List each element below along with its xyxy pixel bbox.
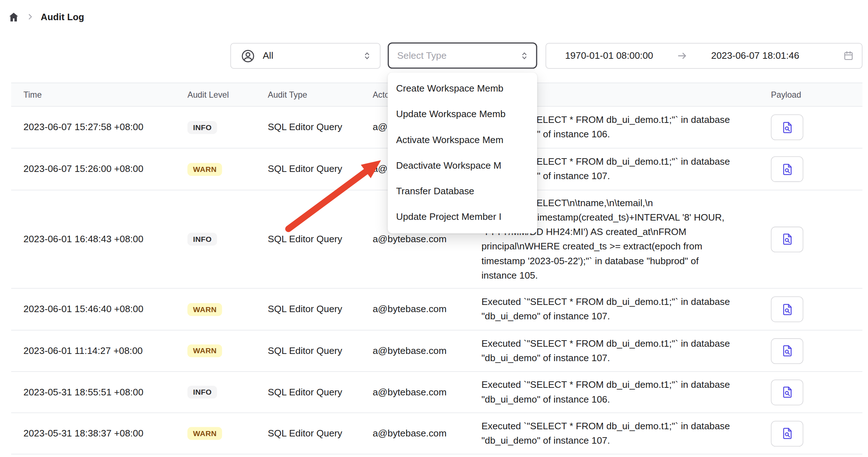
comment-line: "db_ui_demo" of instance 107. <box>482 351 762 365</box>
file-search-icon <box>781 345 794 358</box>
breadcrumb-chevron-icon <box>26 13 34 21</box>
cell-audit-type: SQL Editor Query <box>268 234 372 245</box>
user-circle-icon <box>241 48 256 63</box>
audit-level-badge: INFO <box>187 121 217 134</box>
audit-type-select[interactable]: Select Type <box>388 43 537 69</box>
date-range-end: 2023-06-07 18:01:46 <box>711 50 799 61</box>
scope-select-value: All <box>263 50 355 61</box>
view-payload-button[interactable] <box>771 226 803 252</box>
header-time: Time <box>11 90 187 99</box>
comment-line: "db_ui_demo" of instance 107. <box>482 434 762 448</box>
file-search-icon <box>781 121 794 134</box>
cell-comment: Executed `"SELECT * FROM db_ui_demo.t1;"… <box>482 295 762 324</box>
home-icon[interactable] <box>8 11 20 23</box>
menu-item-activate-workspace-member[interactable]: Activate Workspace Mem <box>388 127 537 153</box>
comment-line: Executed `"SELECT * FROM db_ui_demo.t1;"… <box>482 419 762 433</box>
file-search-icon <box>781 303 794 316</box>
view-payload-button[interactable] <box>771 338 803 364</box>
header-type: Audit Type <box>268 90 372 99</box>
view-payload-button[interactable] <box>771 115 803 140</box>
cell-audit-type: SQL Editor Query <box>268 164 372 175</box>
audit-level-badge: WARN <box>187 303 222 316</box>
comment-line: Executed `"SELECT * FROM db_ui_demo.t1;"… <box>482 336 762 351</box>
audit-level-badge: WARN <box>187 345 222 358</box>
cell-actor: a@bytebase.com <box>373 345 482 356</box>
cell-time: 2023-06-01 16:48:43 +08:00 <box>11 234 187 245</box>
file-search-icon <box>781 427 794 440</box>
audit-log-page: Audit Log All Select Type 1970-01-01 08:… <box>0 0 868 457</box>
date-range-picker[interactable]: 1970-01-01 08:00:00 2023-06-07 18:01:46 <box>546 43 863 68</box>
view-payload-button[interactable] <box>771 296 803 322</box>
file-search-icon <box>781 386 794 399</box>
comment-line: "db_ui_demo" of instance 106. <box>482 392 762 407</box>
audit-level-badge: WARN <box>187 427 222 440</box>
cell-time: 2023-06-01 15:46:40 +08:00 <box>11 304 187 315</box>
audit-level-badge: INFO <box>187 233 217 246</box>
arrow-right-icon <box>677 50 688 61</box>
comment-line: Executed `"SELECT * FROM db_ui_demo.t1;"… <box>482 295 762 309</box>
actor-scope-select[interactable]: All <box>231 43 381 68</box>
menu-item-update-workspace-membership[interactable]: Update Workspace Memb <box>388 102 537 127</box>
file-search-icon <box>781 163 794 176</box>
table-row: 2023-05-31 18:55:51 +08:00 INFO SQL Edit… <box>11 372 863 413</box>
cell-actor: a@bytebase.com <box>373 387 482 398</box>
file-search-icon <box>781 233 794 246</box>
comment-line: timestamp '2023-05-22');"` in database "… <box>482 254 762 268</box>
menu-item-create-workspace-membership[interactable]: Create Workspace Memb <box>388 76 537 102</box>
type-select-placeholder: Select Type <box>397 50 519 61</box>
cell-time: 2023-06-01 11:14:27 +08:00 <box>11 345 187 356</box>
chevron-updown-icon <box>362 51 372 61</box>
comment-line: instance 105. <box>482 268 762 283</box>
date-range-start: 1970-01-01 08:00:00 <box>565 50 653 61</box>
cell-time: 2023-06-07 15:27:58 +08:00 <box>11 122 187 133</box>
cell-audit-type: SQL Editor Query <box>268 122 372 133</box>
comment-line: Executed `"SELECT * FROM db_ui_demo.t1;"… <box>482 378 762 392</box>
cell-time: 2023-06-07 15:26:00 +08:00 <box>11 164 187 175</box>
menu-item-deactivate-workspace-member[interactable]: Deactivate Workspace M <box>388 153 537 178</box>
cell-actor: a@bytebase.com <box>373 304 482 315</box>
table-row: 2023-06-01 15:46:40 +08:00 WARN SQL Edit… <box>11 289 863 330</box>
cell-audit-type: SQL Editor Query <box>268 304 372 315</box>
cell-actor: a@bytebase.com <box>373 428 482 439</box>
cell-time: 2023-05-31 18:38:37 +08:00 <box>11 428 187 439</box>
menu-item-transfer-database[interactable]: Transfer Database <box>388 179 537 204</box>
cell-audit-type: SQL Editor Query <box>268 345 372 356</box>
audit-level-badge: WARN <box>187 163 222 176</box>
cell-actor: a@bytebase.com <box>373 234 482 245</box>
page-title: Audit Log <box>41 12 84 22</box>
audit-type-dropdown-menu: Create Workspace Memb Update Workspace M… <box>388 72 537 233</box>
calendar-icon <box>843 50 854 61</box>
cell-comment: Executed `"SELECT * FROM db_ui_demo.t1;"… <box>482 378 762 407</box>
cell-audit-type: SQL Editor Query <box>268 387 372 398</box>
chevron-updown-icon <box>519 50 529 61</box>
view-payload-button[interactable] <box>771 156 803 182</box>
comment-line: principal\nWHERE created_ts >= extract(e… <box>482 239 762 254</box>
cell-time: 2023-05-31 18:55:51 +08:00 <box>11 387 187 398</box>
header-payload: Payload <box>761 90 862 99</box>
cell-comment: Executed `"SELECT * FROM db_ui_demo.t1;"… <box>482 336 762 365</box>
comment-line: "db_ui_demo" of instance 107. <box>482 309 762 324</box>
header-level: Audit Level <box>187 90 268 99</box>
table-row: 2023-05-31 18:38:37 +08:00 WARN SQL Edit… <box>11 413 863 454</box>
table-row: 2023-06-01 11:14:27 +08:00 WARN SQL Edit… <box>11 330 863 372</box>
cell-audit-type: SQL Editor Query <box>268 428 372 439</box>
audit-level-badge: INFO <box>187 386 217 399</box>
view-payload-button[interactable] <box>771 421 803 446</box>
menu-item-update-project-member[interactable]: Update Project Member I <box>388 204 537 230</box>
cell-comment: Executed `"SELECT * FROM db_ui_demo.t1;"… <box>482 419 762 448</box>
breadcrumb: Audit Log <box>0 0 84 34</box>
view-payload-button[interactable] <box>771 379 803 405</box>
